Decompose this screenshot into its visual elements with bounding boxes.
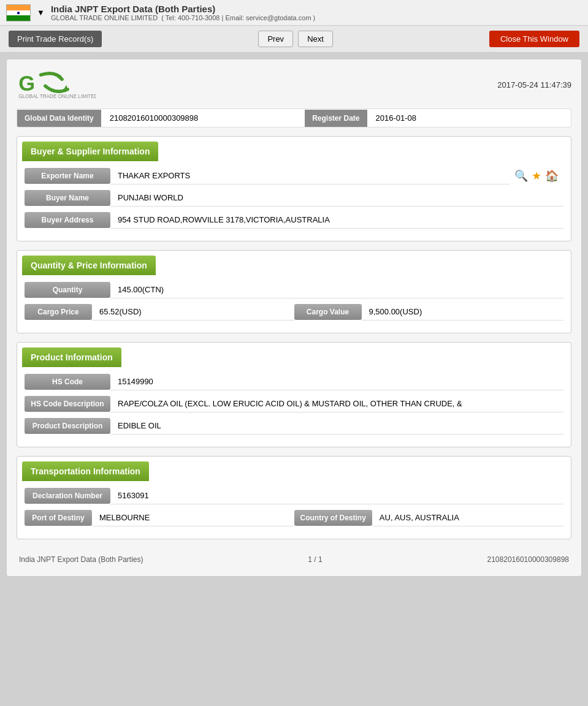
country-of-destiny-value: AU, AUS, AUSTRALIA [372,509,563,526]
footer-record-id: 21082016010000309898 [487,555,569,564]
footer-source: India JNPT Export Data (Both Parties) [19,555,143,564]
buyer-address-value: 954 STUD ROAD,ROWVILLE 3178,VICTORIA,AUS… [110,211,563,229]
record-footer: India JNPT Export Data (Both Parties) 1 … [17,548,571,566]
exporter-name-label: Exporter Name [25,168,110,184]
country-of-destiny-half: Country of Destiny AU, AUS, AUSTRALIA [294,509,564,526]
print-button[interactable]: Print Trade Record(s) [9,31,102,47]
cargo-value-value: 9,500.00(USD) [362,303,564,321]
record-header: G GLOBAL TRADE ONLINE LIMITED 2017-05-24… [17,69,571,100]
home-icon[interactable]: 🏠 [545,169,559,183]
cargo-row: Cargo Price 65.52(USD) Cargo Value 9,500… [25,303,563,321]
register-date-label: Register Date [305,110,367,127]
hs-code-value: 15149990 [110,373,563,390]
main-content: G GLOBAL TRADE ONLINE LIMITED 2017-05-24… [6,59,582,577]
identity-row: Global Data Identity 2108201601000030989… [17,108,571,127]
cargo-price-label: Cargo Price [25,304,92,320]
buyer-name-row: Buyer Name PUNJABI WORLD [25,189,563,207]
declaration-number-value: 5163091 [110,487,563,504]
gto-logo: G GLOBAL TRADE ONLINE LIMITED [17,69,96,100]
buyer-address-label: Buyer Address [25,212,110,228]
country-of-destiny-label: Country of Destiny [294,510,372,526]
hs-code-desc-label: HS Code Description [25,396,110,412]
toolbar: Print Trade Record(s) Prev Next Close Th… [0,26,588,53]
close-window-button[interactable]: Close This Window [489,31,579,47]
global-data-identity-value: 21082016010000309898 [101,109,305,127]
destiny-row: Port of Destiny MELBOURNE Country of Des… [25,509,563,526]
buyer-name-label: Buyer Name [25,190,110,206]
product-desc-row: Product Description EDIBLE OIL [25,417,563,435]
port-of-destiny-label: Port of Destiny [25,510,92,526]
cargo-price-half: Cargo Price 65.52(USD) [25,303,294,321]
product-body: HS Code 15149990 HS Code Description RAP… [17,367,571,447]
quantity-row: Quantity 145.00(CTN) [25,281,563,298]
transportation-header: Transportation Information [22,461,149,481]
app-info: India JNPT Export Data (Both Parties) GL… [51,4,315,21]
app-title: India JNPT Export Data (Both Parties) [51,4,315,14]
next-button[interactable]: Next [298,31,333,47]
quantity-value: 145.00(CTN) [110,281,563,298]
exporter-name-value: THAKAR EXPORTS [110,167,510,184]
port-of-destiny-half: Port of Destiny MELBOURNE [25,509,294,526]
global-data-identity-label: Global Data Identity [17,110,101,127]
app-company: GLOBAL TRADE ONLINE LIMITED ( Tel: 400-7… [51,14,315,21]
product-desc-label: Product Description [25,418,110,434]
record-datetime: 2017-05-24 11:47:39 [497,80,571,89]
quantity-price-body: Quantity 145.00(CTN) Cargo Price 65.52(U… [17,275,571,333]
product-section: Product Information HS Code 15149990 HS … [17,342,571,447]
search-icon[interactable]: 🔍 [514,169,528,183]
top-bar: ▼ India JNPT Export Data (Both Parties) … [0,0,588,26]
prev-button[interactable]: Prev [258,31,293,47]
buyer-supplier-header: Buyer & Supplier Information [22,142,158,161]
product-desc-value: EDIBLE OIL [110,417,563,435]
buyer-address-row: Buyer Address 954 STUD ROAD,ROWVILLE 317… [25,211,563,229]
buyer-name-value: PUNJABI WORLD [110,189,563,207]
india-flag-icon [6,4,31,21]
logo-container: G GLOBAL TRADE ONLINE LIMITED [17,69,96,100]
hs-code-desc-value: RAPE/COLZA OIL (EXCL. LOW ERUCIC ACID OI… [110,395,563,412]
transportation-section: Transportation Information Declaration N… [17,456,571,539]
quantity-label: Quantity [25,282,110,298]
hs-code-row: HS Code 15149990 [25,373,563,390]
svg-text:G: G [18,72,35,95]
product-header: Product Information [22,347,121,367]
register-date-value: 2016-01-08 [367,109,571,127]
svg-text:GLOBAL TRADE ONLINE LIMITED: GLOBAL TRADE ONLINE LIMITED [18,94,96,99]
buyer-supplier-section: Buyer & Supplier Information Exporter Na… [17,136,571,241]
hs-code-label: HS Code [25,374,110,390]
exporter-action-icons: 🔍 ★ 🏠 [510,169,563,183]
declaration-number-label: Declaration Number [25,488,110,504]
footer-page: 1 / 1 [308,555,322,564]
favorite-icon[interactable]: ★ [532,169,541,183]
exporter-name-row: Exporter Name THAKAR EXPORTS 🔍 ★ 🏠 [25,167,563,184]
cargo-value-label: Cargo Value [294,304,362,320]
declaration-number-row: Declaration Number 5163091 [25,487,563,504]
dropdown-arrow-icon[interactable]: ▼ [37,8,45,17]
quantity-price-header: Quantity & Price Information [22,256,156,275]
cargo-value-half: Cargo Value 9,500.00(USD) [294,303,564,321]
port-of-destiny-value: MELBOURNE [92,509,294,526]
cargo-price-value: 65.52(USD) [92,303,294,321]
buyer-supplier-body: Exporter Name THAKAR EXPORTS 🔍 ★ 🏠 Buyer… [17,161,571,241]
transportation-body: Declaration Number 5163091 Port of Desti… [17,481,571,539]
quantity-price-section: Quantity & Price Information Quantity 14… [17,250,571,333]
hs-code-desc-row: HS Code Description RAPE/COLZA OIL (EXCL… [25,395,563,412]
